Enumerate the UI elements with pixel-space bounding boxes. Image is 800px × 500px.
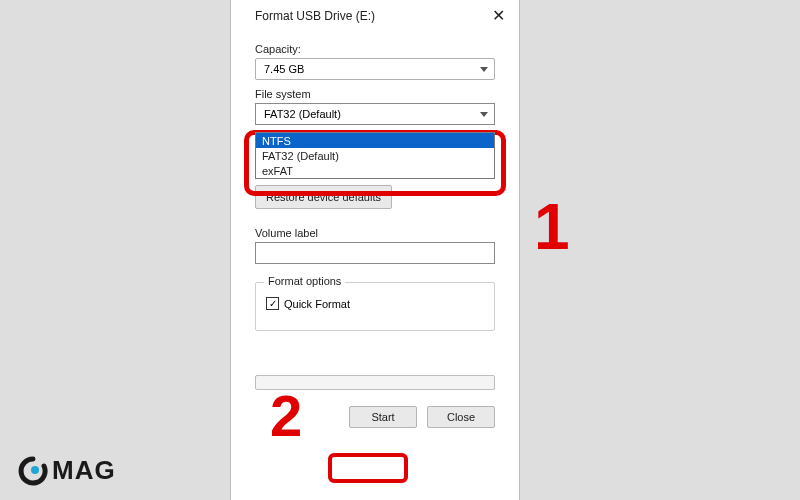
logo-icon [18, 456, 48, 486]
start-button[interactable]: Start [349, 406, 417, 428]
capacity-select[interactable]: 7.45 GB [255, 58, 495, 80]
callout-number-1: 1 [534, 190, 570, 264]
dialog-content: Capacity: 7.45 GB File system FAT32 (Def… [231, 33, 519, 438]
close-icon[interactable]: ✕ [488, 6, 509, 25]
restore-defaults-button[interactable]: Restore device defaults [255, 185, 392, 209]
svg-point-0 [31, 466, 39, 474]
page-canvas: Format USB Drive (E:) ✕ Capacity: 7.45 G… [0, 0, 800, 500]
format-options-group: Format options ✓ Quick Format [255, 282, 495, 331]
quick-format-row[interactable]: ✓ Quick Format [266, 297, 484, 310]
filesystem-option-exfat[interactable]: exFAT [256, 163, 494, 178]
volume-label: Volume label [255, 227, 499, 239]
filesystem-dropdown: NTFS FAT32 (Default) exFAT [255, 132, 495, 179]
capacity-value: 7.45 GB [264, 63, 304, 75]
logo-text: MAG [52, 455, 116, 486]
volume-label-input[interactable] [255, 242, 495, 264]
titlebar: Format USB Drive (E:) ✕ [231, 0, 519, 33]
filesystem-label: File system [255, 88, 499, 100]
chevron-down-icon [480, 112, 488, 117]
quick-format-checkbox[interactable]: ✓ [266, 297, 279, 310]
filesystem-group: File system FAT32 (Default) NTFS FAT32 (… [255, 88, 499, 125]
filesystem-option-ntfs[interactable]: NTFS [256, 133, 494, 148]
filesystem-select[interactable]: FAT32 (Default) [255, 103, 495, 125]
chevron-down-icon [480, 67, 488, 72]
filesystem-selected: FAT32 (Default) [264, 108, 341, 120]
capacity-label: Capacity: [255, 43, 499, 55]
quick-format-label: Quick Format [284, 298, 350, 310]
brand-logo: MAG [18, 455, 116, 486]
format-options-legend: Format options [264, 275, 345, 287]
close-button[interactable]: Close [427, 406, 495, 428]
dialog-title: Format USB Drive (E:) [255, 9, 375, 23]
callout-number-2: 2 [270, 382, 302, 449]
filesystem-option-fat32[interactable]: FAT32 (Default) [256, 148, 494, 163]
